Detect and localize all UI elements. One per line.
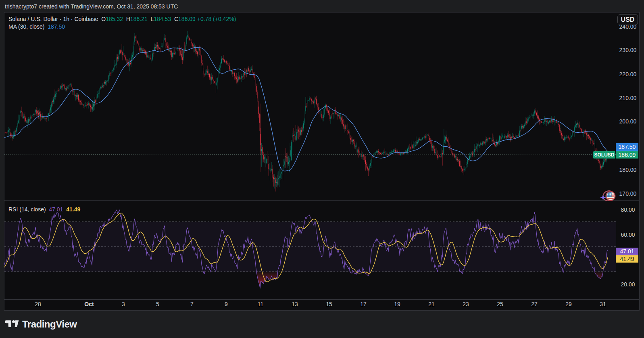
svg-text:TradingView: TradingView [22, 319, 77, 330]
